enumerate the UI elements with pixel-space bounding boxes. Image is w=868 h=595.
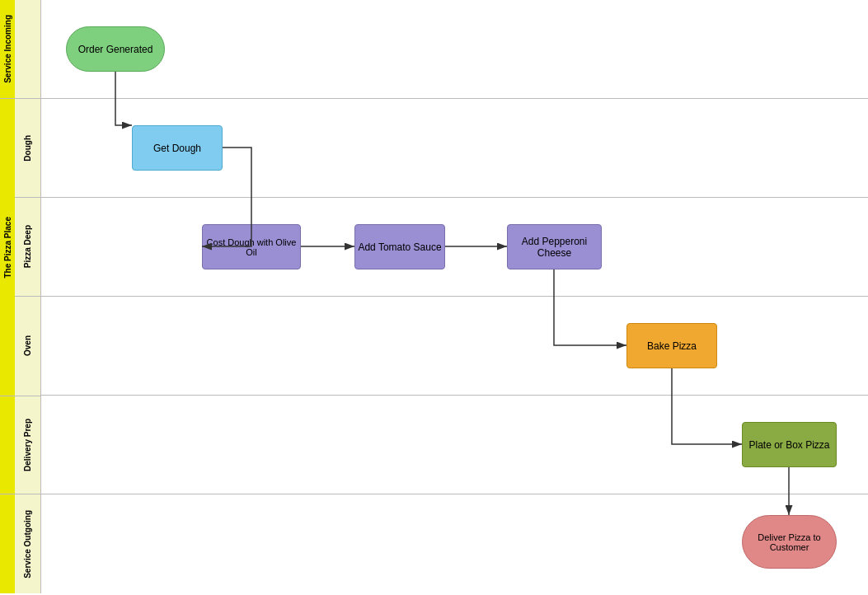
lane-delivery-prep: Plate or Box Pizza bbox=[41, 396, 868, 494]
diagram-container: Service Incoming The Pizza Place Dough P… bbox=[0, 0, 868, 595]
lane-label-service-incoming: Service Incoming bbox=[0, 0, 41, 99]
label-the-pizza-place: The Pizza Place bbox=[3, 217, 12, 278]
lane-label-oven: Oven bbox=[15, 297, 40, 396]
lane-label-dough: Dough bbox=[15, 99, 40, 198]
lane-dough: Get Dough bbox=[41, 99, 868, 198]
lane-oven: Bake Pizza bbox=[41, 297, 868, 396]
node-deliver-pizza[interactable]: Deliver Pizza to Customer bbox=[742, 515, 837, 569]
lane-service-outgoing: Deliver Pizza to Customer bbox=[41, 494, 868, 593]
lane-label-delivery-prep: Delivery Prep bbox=[0, 396, 41, 494]
label-service-incoming: Service Incoming bbox=[3, 15, 12, 83]
lane-pizza-deep: Cost Dough with Olive Oil Add Tomato Sau… bbox=[41, 198, 868, 297]
lane-service-incoming: Order Generated bbox=[41, 0, 868, 99]
node-bake-pizza[interactable]: Bake Pizza bbox=[626, 323, 717, 368]
diagram-lanes: Order Generated Get Dough Cost Dough wit… bbox=[41, 0, 868, 595]
node-plate-box-pizza[interactable]: Plate or Box Pizza bbox=[742, 422, 837, 467]
node-get-dough[interactable]: Get Dough bbox=[132, 125, 223, 171]
lane-label-pizza-deep: Pizza Deep bbox=[15, 198, 40, 297]
node-add-pepperoni[interactable]: Add Pepperoni Cheese bbox=[507, 224, 602, 269]
lane-label-service-outgoing: Service Outgoing bbox=[0, 494, 41, 593]
node-order-generated[interactable]: Order Generated bbox=[66, 26, 165, 72]
node-add-tomato-sauce[interactable]: Add Tomato Sauce bbox=[354, 224, 445, 269]
node-cost-dough[interactable]: Cost Dough with Olive Oil bbox=[202, 224, 301, 269]
